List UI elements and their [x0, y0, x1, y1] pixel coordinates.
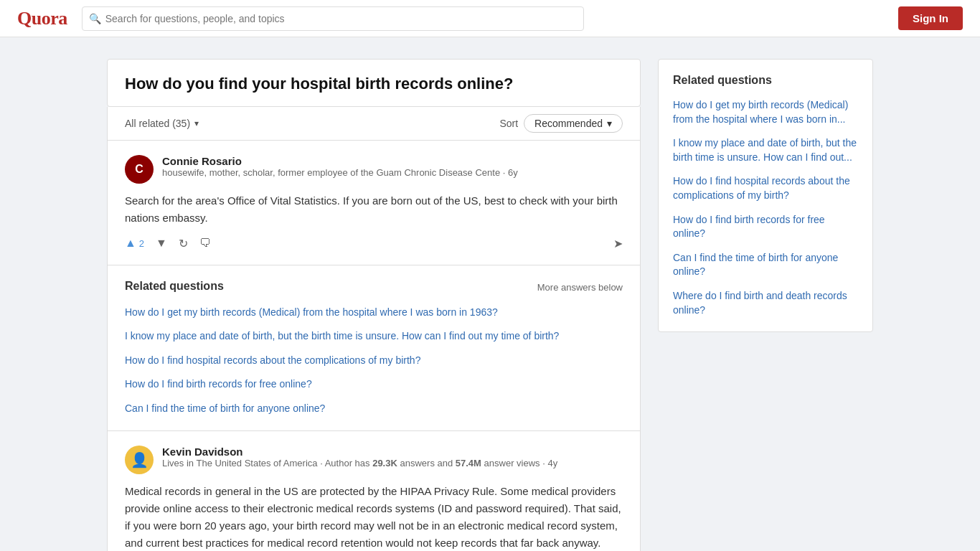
sign-in-button[interactable]: Sign In	[898, 6, 963, 30]
author-bio: housewife, mother, scholar, former emplo…	[162, 167, 518, 178]
sidebar-link-2[interactable]: I know my place and date of birth, but t…	[673, 136, 858, 164]
quora-logo: Quora	[17, 8, 67, 29]
search-icon: 🔍	[89, 13, 101, 24]
header: Quora 🔍 Sign In	[0, 0, 980, 37]
question-title: How do you find your hospital birth reco…	[125, 74, 623, 95]
related-link-2[interactable]: I know my place and date of birth, but t…	[125, 329, 623, 344]
filter-bar: All related (35) ▾ Sort Recommended ▾	[107, 107, 641, 141]
forward-button[interactable]: ➤	[613, 237, 623, 250]
downvote-button[interactable]: ▼	[156, 237, 167, 250]
author-info: Connie Rosario housewife, mother, schola…	[162, 155, 518, 178]
related-header: Related questions More answers below	[125, 280, 623, 296]
avatar: C	[125, 155, 154, 184]
refresh-icon: ↻	[179, 237, 188, 250]
page-layout: How do you find your hospital birth reco…	[95, 59, 885, 551]
author-bio-mid: answers and	[397, 458, 456, 468]
author-row: C Connie Rosario housewife, mother, scho…	[125, 155, 623, 184]
related-questions-title: Related questions	[125, 280, 224, 293]
upvote-button[interactable]: ▲ 2	[125, 237, 144, 250]
forward-icon: ➤	[613, 237, 623, 250]
sort-dropdown[interactable]: Recommended ▾	[524, 114, 623, 133]
related-card-inline: Related questions More answers below How…	[107, 265, 641, 431]
chevron-down-icon: ▾	[194, 118, 199, 128]
question-card: How do you find your hospital birth reco…	[107, 59, 641, 107]
downvote-icon: ▼	[156, 237, 167, 250]
sidebar-link-6[interactable]: Where do I find birth and death records …	[673, 289, 858, 317]
main-content: How do you find your hospital birth reco…	[107, 59, 641, 551]
vote-count: 2	[139, 238, 144, 249]
sidebar-link-5[interactable]: Can I find the time of birth for anyone …	[673, 251, 858, 279]
all-related-label: All related (35)	[125, 118, 190, 129]
author-info-kevin: Kevin Davidson Lives in The United State…	[162, 446, 557, 468]
related-link-4[interactable]: How do I find birth records for free onl…	[125, 377, 623, 392]
author-bio-suffix: answer views · 4y	[481, 458, 557, 468]
more-answers-label: More answers below	[537, 282, 623, 293]
author-views: 57.4M	[456, 458, 481, 468]
comment-button[interactable]: 🗨	[199, 237, 211, 250]
author-bio-kevin: Lives in The United States of America · …	[162, 458, 557, 468]
share-button[interactable]: ↻	[179, 237, 188, 250]
sort-wrapper: Sort Recommended ▾	[499, 114, 623, 133]
recommended-label: Recommended	[534, 118, 603, 129]
related-link-5[interactable]: Can I find the time of birth for anyone …	[125, 402, 623, 416]
answer-text-kevin: Medical records in general in the US are…	[125, 483, 623, 551]
sidebar-title: Related questions	[673, 74, 858, 87]
sort-label: Sort	[499, 118, 518, 129]
sidebar: Related questions How do I get my birth …	[658, 59, 873, 551]
author-name[interactable]: Connie Rosario	[162, 155, 518, 167]
upvote-icon: ▲	[125, 237, 136, 250]
author-name-kevin[interactable]: Kevin Davidson	[162, 446, 557, 458]
chevron-down-icon: ▾	[607, 118, 612, 129]
author-bio-prefix: Lives in The United States of America · …	[162, 458, 372, 468]
comment-icon: 🗨	[199, 237, 211, 250]
related-link-3[interactable]: How do I find hospital records about the…	[125, 354, 623, 368]
search-wrapper: 🔍	[82, 6, 584, 31]
all-related-dropdown[interactable]: All related (35) ▾	[125, 118, 199, 129]
header-right: Sign In	[898, 6, 963, 30]
related-link-1[interactable]: How do I get my birth records (Medical) …	[125, 306, 623, 320]
answer-text: Search for the area's Office of Vital St…	[125, 192, 623, 227]
answer-card-connie: C Connie Rosario housewife, mother, scho…	[107, 141, 641, 265]
avatar-kevin: 👤	[125, 446, 154, 474]
answer-actions: ▲ 2 ▼ ↻ 🗨 ➤	[125, 237, 623, 250]
author-answers: 29.3K	[372, 458, 397, 468]
sidebar-link-4[interactable]: How do I find birth records for free onl…	[673, 213, 858, 241]
sidebar-link-3[interactable]: How do I find hospital records about the…	[673, 174, 858, 202]
sidebar-link-1[interactable]: How do I get my birth records (Medical) …	[673, 98, 858, 126]
answer-card-kevin: 👤 Kevin Davidson Lives in The United Sta…	[107, 431, 641, 551]
sidebar-card: Related questions How do I get my birth …	[658, 59, 873, 332]
author-row-kevin: 👤 Kevin Davidson Lives in The United Sta…	[125, 446, 623, 474]
search-input[interactable]	[82, 6, 584, 31]
